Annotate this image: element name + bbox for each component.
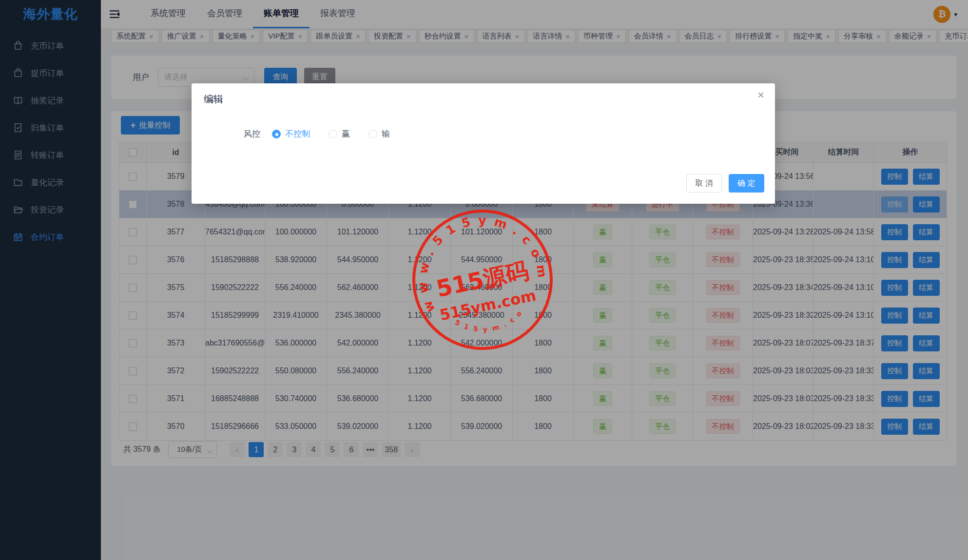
radio-label: 不控制 (285, 128, 310, 139)
risk-radio-赢[interactable]: 赢 (329, 128, 350, 139)
close-icon[interactable]: × (757, 89, 764, 101)
page: 海外量化 充币订单提币订单抽奖记录归集订单转账订单量化记录投资记录合约订单 系统… (0, 0, 968, 560)
risk-control-label: 风控 (244, 128, 260, 139)
risk-radio-group: 不控制赢输 (272, 128, 408, 139)
radio-icon (272, 130, 281, 138)
radio-icon (368, 130, 377, 138)
edit-dialog: 编辑 × 风控 不控制赢输 取 消 确 定 (192, 83, 775, 204)
radio-label: 赢 (342, 128, 350, 139)
radio-icon (329, 130, 337, 138)
confirm-button[interactable]: 确 定 (729, 174, 764, 193)
risk-radio-不控制[interactable]: 不控制 (272, 128, 310, 139)
dialog-title: 编辑 (204, 93, 223, 106)
cancel-button[interactable]: 取 消 (686, 174, 722, 193)
radio-label: 输 (382, 128, 390, 139)
risk-radio-输[interactable]: 输 (368, 128, 390, 139)
